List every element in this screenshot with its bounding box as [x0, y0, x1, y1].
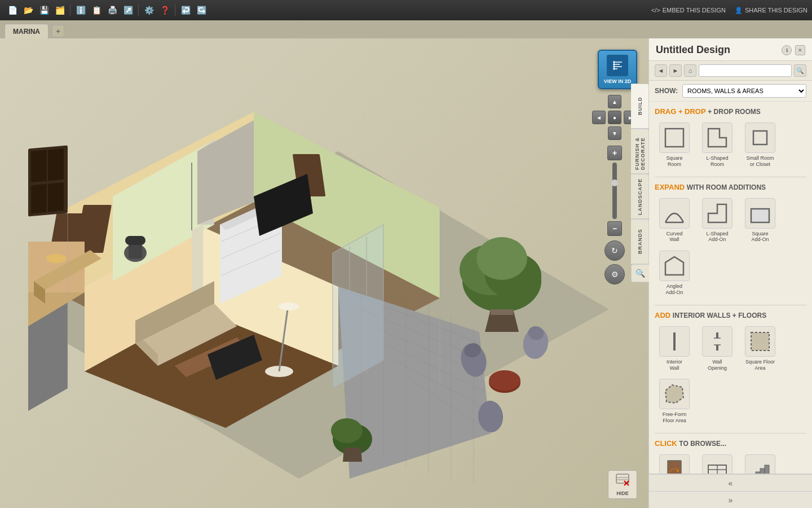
- divider-2: [655, 305, 806, 305]
- svg-rect-91: [753, 131, 767, 144]
- collapse-down-button[interactable]: »: [649, 491, 812, 508]
- collapse-up-button[interactable]: «: [649, 474, 812, 491]
- drag-normal: + DROP: [708, 108, 735, 116]
- settings-icon[interactable]: ⚙️: [141, 2, 157, 18]
- help-icon[interactable]: ❓: [157, 2, 173, 18]
- pages-icon[interactable]: 📋: [89, 2, 104, 18]
- show-label: SHOW:: [655, 87, 678, 95]
- tab-build[interactable]: BUILD: [631, 84, 649, 129]
- drag-drop-grid: SquareRoom L-ShapedRoom: [655, 120, 806, 170]
- hide-icon: [614, 473, 631, 489]
- freeform-floor-icon: [659, 379, 690, 409]
- svg-rect-89: [665, 129, 683, 147]
- windows-item[interactable]: Windows: [698, 452, 737, 474]
- square-room-icon: [659, 122, 690, 153]
- freeform-floor-item[interactable]: Free-FormFloor Area: [655, 376, 694, 426]
- zoom-track[interactable]: [612, 163, 617, 219]
- canvas[interactable]: VIEW IN 2D ▲ ◄ ● ► ▼ + − ↻ ⚙: [0, 38, 648, 508]
- interior-normal: INTERIOR WALLS + FLOORS: [673, 312, 766, 319]
- nav-up-button[interactable]: ▲: [608, 95, 621, 108]
- square-floor-label: Square FloorArea: [745, 359, 775, 371]
- section-interior: ADD INTERIOR WALLS + FLOORS InteriorWall: [655, 311, 806, 426]
- settings-view-button[interactable]: ⚙: [604, 264, 625, 284]
- nav-forward-button[interactable]: ►: [669, 64, 682, 77]
- small-room-icon: [745, 122, 775, 153]
- hide-label: HIDE: [616, 491, 629, 496]
- undo-icon[interactable]: ↩️: [178, 2, 193, 18]
- print-icon[interactable]: 🖨️: [104, 2, 120, 18]
- svg-marker-61: [491, 309, 513, 315]
- windows-icon: [702, 454, 732, 474]
- stairs-icon: [745, 454, 775, 474]
- new-icon[interactable]: 📄: [5, 2, 20, 18]
- svg-marker-76: [343, 448, 362, 462]
- svg-rect-114: [760, 468, 765, 474]
- export-icon[interactable]: ↗️: [120, 2, 136, 18]
- tab-brands[interactable]: BRANDS: [631, 219, 649, 264]
- panel-settings-button[interactable]: ✕: [795, 45, 805, 55]
- side-tabs: BUILD FURNISH & DECORATE LANDSCAPE BRAND…: [631, 84, 649, 282]
- save-icon[interactable]: 💾: [36, 2, 52, 18]
- tab-furnish[interactable]: FURNISH & DECORATE: [631, 129, 649, 174]
- interior-grid: InteriorWall WallOpening: [655, 324, 806, 426]
- wall-opening-icon: [702, 326, 732, 357]
- tab-search[interactable]: 🔍: [631, 264, 649, 282]
- search-input[interactable]: [699, 64, 792, 77]
- view2d-label: VIEW IN 2D: [604, 78, 632, 84]
- sep1: [70, 5, 70, 16]
- embed-btn[interactable]: </> EMBED THIS DESIGN: [651, 7, 726, 14]
- section-browse-title: CLICK TO BROWSE...: [655, 439, 806, 448]
- square-addon-item[interactable]: SquareAdd-On: [740, 196, 780, 246]
- zoom-in-button[interactable]: +: [607, 146, 622, 160]
- rotate-button[interactable]: ↻: [604, 240, 625, 261]
- l-shaped-room-item[interactable]: L-ShapedRoom: [698, 120, 737, 170]
- open-icon[interactable]: 📂: [20, 2, 36, 18]
- nav-center-button[interactable]: ●: [608, 111, 621, 124]
- svg-point-68: [489, 370, 520, 391]
- l-shaped-room-icon: [702, 122, 732, 153]
- curved-wall-item[interactable]: CurvedWall: [655, 196, 694, 246]
- nav-left-button[interactable]: ◄: [592, 111, 606, 124]
- section-browse: CLICK TO BROWSE...: [655, 439, 806, 474]
- square-floor-item[interactable]: Square FloorArea: [740, 324, 780, 374]
- tab-add-button[interactable]: +: [52, 25, 64, 37]
- panel-info-button[interactable]: ℹ: [782, 45, 792, 55]
- stairs-item[interactable]: Stairs: [740, 452, 780, 474]
- doors-item[interactable]: Doors: [655, 452, 694, 474]
- interior-wall-item[interactable]: InteriorWall: [655, 324, 694, 374]
- zoom-out-button[interactable]: −: [607, 221, 622, 236]
- small-room-item[interactable]: Small Roomor Closet: [740, 120, 780, 170]
- angled-addon-icon: [659, 251, 690, 281]
- square-room-item[interactable]: SquareRoom: [655, 120, 694, 170]
- nav-home-button[interactable]: ⌂: [684, 64, 696, 77]
- wall-opening-label: WallOpening: [708, 359, 727, 371]
- l-shaped-room-label: L-ShapedRoom: [706, 155, 728, 168]
- hide-button[interactable]: HIDE: [608, 470, 637, 499]
- share-btn[interactable]: 👤 SHARE THIS DESIGN: [735, 7, 807, 14]
- main-area: VIEW IN 2D ▲ ◄ ● ► ▼ + − ↻ ⚙: [0, 38, 812, 508]
- panel-nav: ◄ ► ⌂ 🔍: [649, 61, 812, 81]
- divider-1: [655, 177, 806, 177]
- nav-down-button[interactable]: ▼: [608, 126, 621, 140]
- section-expand: EXPAND WITH ROOM ADDITIONS CurvedWall: [655, 183, 806, 298]
- browse-grid: Doors: [655, 452, 806, 474]
- info-icon[interactable]: ℹ️: [73, 2, 89, 18]
- redo-icon[interactable]: ↪️: [193, 2, 209, 18]
- l-addon-item[interactable]: L-ShapedAdd-On: [698, 196, 737, 246]
- square-addon-label: SquareAdd-On: [751, 231, 769, 243]
- tab-marina[interactable]: MARINA: [5, 24, 48, 38]
- svg-marker-95: [665, 257, 683, 275]
- tab-landscape[interactable]: LANDSCAPE: [631, 174, 649, 219]
- wall-opening-item[interactable]: WallOpening: [698, 324, 737, 374]
- svg-rect-113: [756, 472, 760, 474]
- sep3: [175, 5, 175, 16]
- search-button[interactable]: 🔍: [794, 64, 806, 77]
- sep2: [138, 5, 139, 16]
- show-dropdown[interactable]: ROOMS, WALLS & AREAS: [682, 84, 806, 98]
- svg-rect-94: [751, 209, 769, 222]
- saveas-icon[interactable]: 🗂️: [52, 2, 68, 18]
- angled-addon-item[interactable]: AngledAdd-On: [655, 248, 694, 298]
- nav-back-button[interactable]: ◄: [655, 64, 667, 77]
- divider-3: [655, 433, 806, 433]
- svg-point-59: [476, 237, 527, 280]
